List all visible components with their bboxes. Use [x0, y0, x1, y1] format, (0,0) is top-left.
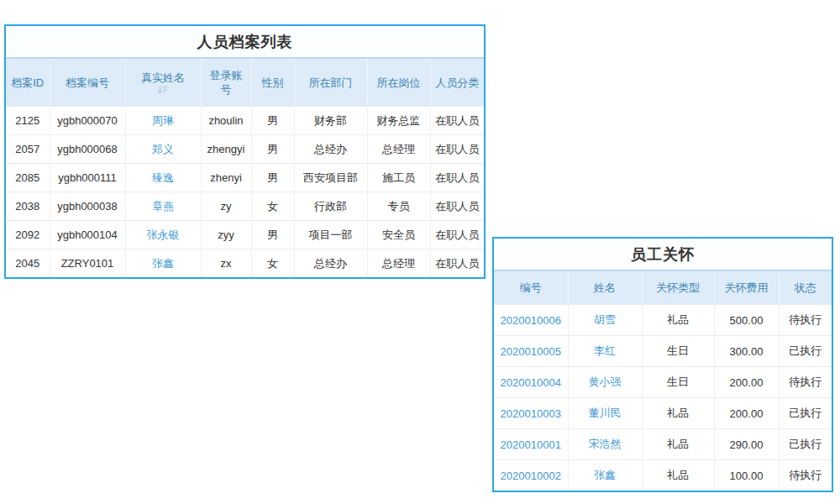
- position-cell: 财务总监: [367, 107, 430, 135]
- employee-care-table: 编号 姓名 关怀类型 关怀费用 状态 2020010006 胡雪 礼品 500.…: [494, 270, 832, 491]
- position-cell: 施工员: [367, 164, 430, 192]
- employee-care-title: 员工关怀: [494, 239, 832, 270]
- col-header-login-account: 登录账号: [201, 58, 251, 107]
- category-cell: 在职人员: [430, 107, 484, 135]
- care-table-row: 2020010002 张鑫 礼品 100.00 待执行: [494, 460, 832, 491]
- care-no-link[interactable]: 2020010001: [494, 429, 568, 460]
- col-header-archive-id: 档案ID: [6, 58, 50, 107]
- col-header-care-type: 关怀类型: [642, 270, 714, 305]
- archive-id-cell: 2057: [6, 135, 50, 164]
- employee-care-body: 2020010006 胡雪 礼品 500.00 待执行 2020010005 李…: [494, 305, 832, 491]
- care-type-cell: 礼品: [642, 305, 714, 336]
- personnel-archive-body: 2125 ygbh000070 周琳 zhoulin 男 财务部 财务总监 在职…: [6, 107, 484, 278]
- care-type-cell: 生日: [642, 336, 714, 367]
- archive-no-cell: ygbh000111: [50, 164, 125, 192]
- department-cell: 西安项目部: [294, 164, 367, 192]
- real-name-link[interactable]: 臻逸: [125, 164, 201, 192]
- care-status-cell: 已执行: [779, 336, 832, 367]
- care-name-link[interactable]: 李红: [568, 336, 642, 367]
- archive-id-cell: 2125: [6, 107, 50, 135]
- archive-table-row: 2038 ygbh000038 章燕 zy 女 行政部 专员 在职人员: [6, 192, 484, 221]
- login-account-cell: zhengyi: [201, 135, 251, 164]
- archive-id-cell: 2085: [6, 164, 50, 192]
- col-header-care-name: 姓名: [568, 270, 642, 305]
- archive-table-row: 2092 ygbh000104 张永银 zyy 男 项目一部 安全员 在职人员: [6, 221, 484, 249]
- login-account-cell: zy: [201, 192, 251, 221]
- archive-no-cell: ygbh000104: [50, 221, 125, 249]
- care-name-link[interactable]: 黄小强: [568, 367, 642, 398]
- col-header-care-cost: 关怀费用: [714, 270, 779, 305]
- category-cell: 在职人员: [430, 135, 484, 164]
- position-cell: 安全员: [367, 221, 430, 249]
- care-no-link[interactable]: 2020010006: [494, 305, 568, 336]
- category-cell: 在职人员: [430, 164, 484, 192]
- real-name-link[interactable]: 郑义: [125, 135, 201, 164]
- real-name-link[interactable]: 章燕: [125, 192, 201, 221]
- archive-id-cell: 2092: [6, 221, 50, 249]
- care-name-link[interactable]: 董川民: [568, 398, 642, 429]
- care-name-link[interactable]: 胡雪: [568, 305, 642, 336]
- login-account-cell: zhoulin: [201, 107, 251, 135]
- real-name-link[interactable]: 张鑫: [125, 249, 201, 278]
- col-header-care-no: 编号: [494, 270, 568, 305]
- gender-cell: 男: [251, 135, 294, 164]
- care-type-cell: 生日: [642, 367, 714, 398]
- care-table-row: 2020010003 董川民 礼品 200.00 已执行: [494, 398, 832, 429]
- care-status-cell: 已执行: [779, 429, 832, 460]
- header-row: 档案ID 档案编号 真实姓名: [6, 58, 484, 107]
- care-type-cell: 礼品: [642, 460, 714, 491]
- personnel-archive-title: 人员档案列表: [6, 26, 484, 57]
- department-cell: 财务部: [294, 107, 367, 135]
- care-status-cell: 待执行: [779, 305, 832, 336]
- category-cell: 在职人员: [430, 249, 484, 278]
- col-header-real-name[interactable]: 真实姓名: [125, 58, 201, 107]
- care-table-row: 2020010006 胡雪 礼品 500.00 待执行: [494, 305, 832, 336]
- sort-amount-icon[interactable]: [158, 86, 168, 94]
- department-cell: 项目一部: [294, 221, 367, 249]
- archive-id-cell: 2038: [6, 192, 50, 221]
- archive-no-cell: ygbh000068: [50, 135, 125, 164]
- care-no-link[interactable]: 2020010005: [494, 336, 568, 367]
- position-cell: 总经理: [367, 135, 430, 164]
- personnel-archive-panel: 人员档案列表 档案ID 档案编号 真实姓名: [4, 24, 486, 279]
- category-cell: 在职人员: [430, 221, 484, 249]
- care-no-link[interactable]: 2020010004: [494, 367, 568, 398]
- care-name-link[interactable]: 张鑫: [568, 460, 642, 491]
- col-header-real-name-label: 真实姓名: [141, 71, 185, 85]
- login-account-cell: zx: [201, 249, 251, 278]
- gender-cell: 女: [251, 249, 294, 278]
- care-no-link[interactable]: 2020010002: [494, 460, 568, 491]
- care-no-link[interactable]: 2020010003: [494, 398, 568, 429]
- archive-table-row: 2085 ygbh000111 臻逸 zhenyi 男 西安项目部 施工员 在职…: [6, 164, 484, 192]
- archive-id-cell: 2045: [6, 249, 50, 278]
- header-row: 编号 姓名 关怀类型 关怀费用 状态: [494, 270, 832, 305]
- employee-care-panel: 员工关怀 编号 姓名 关怀类型 关怀费用 状态 2020010006 胡雪 礼品…: [492, 237, 833, 492]
- col-header-gender: 性别: [251, 58, 294, 107]
- care-cost-cell: 200.00: [714, 398, 779, 429]
- care-table-row: 2020010001 宋浩然 礼品 290.00 已执行: [494, 429, 832, 460]
- login-account-cell: zyy: [201, 221, 251, 249]
- real-name-link[interactable]: 周琳: [125, 107, 201, 135]
- position-cell: 专员: [367, 192, 430, 221]
- col-header-care-status: 状态: [779, 270, 832, 305]
- real-name-link[interactable]: 张永银: [125, 221, 201, 249]
- col-header-position: 所在岗位: [367, 58, 430, 107]
- care-type-cell: 礼品: [642, 398, 714, 429]
- col-header-archive-no: 档案编号: [50, 58, 125, 107]
- position-cell: 总经理: [367, 249, 430, 278]
- col-header-category: 人员分类: [430, 58, 484, 107]
- care-status-cell: 已执行: [779, 398, 832, 429]
- archive-table-row: 2045 ZZRY0101 张鑫 zx 女 总经办 总经理 在职人员: [6, 249, 484, 278]
- gender-cell: 男: [251, 164, 294, 192]
- care-cost-cell: 100.00: [714, 460, 779, 491]
- personnel-archive-table: 档案ID 档案编号 真实姓名: [6, 57, 484, 277]
- care-table-row: 2020010005 李红 生日 300.00 已执行: [494, 336, 832, 367]
- department-cell: 总经办: [294, 135, 367, 164]
- care-cost-cell: 200.00: [714, 367, 779, 398]
- care-name-link[interactable]: 宋浩然: [568, 429, 642, 460]
- archive-no-cell: ZZRY0101: [50, 249, 125, 278]
- care-type-cell: 礼品: [642, 429, 714, 460]
- care-cost-cell: 300.00: [714, 336, 779, 367]
- care-status-cell: 待执行: [779, 460, 832, 491]
- department-cell: 总经办: [294, 249, 367, 278]
